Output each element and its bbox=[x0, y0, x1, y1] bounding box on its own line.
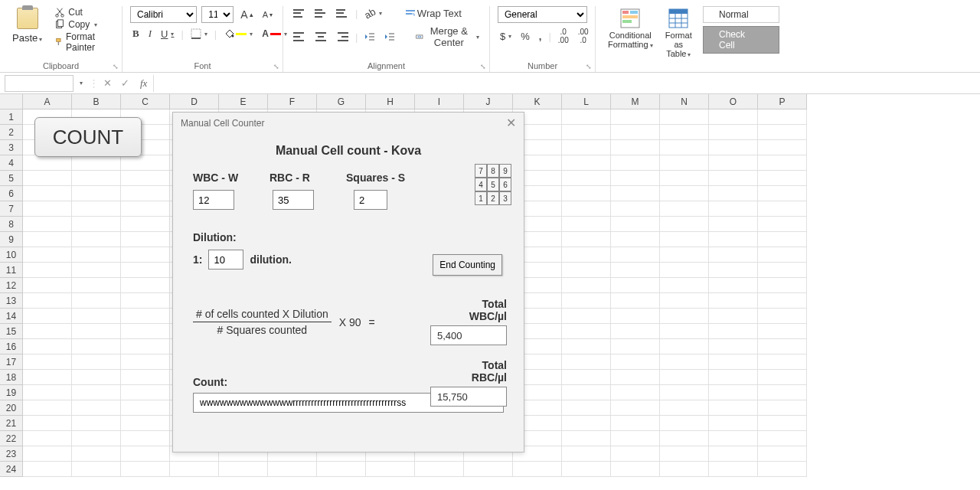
cell[interactable] bbox=[72, 400, 121, 416]
cell[interactable] bbox=[72, 293, 121, 309]
cell[interactable] bbox=[72, 416, 121, 431]
merge-center-button[interactable]: Merge & Center▾ bbox=[413, 24, 482, 50]
cell[interactable] bbox=[709, 431, 758, 446]
cell[interactable] bbox=[562, 171, 611, 186]
cell[interactable] bbox=[23, 232, 72, 247]
cell[interactable] bbox=[562, 446, 611, 462]
cell[interactable] bbox=[611, 278, 660, 293]
cell[interactable] bbox=[562, 247, 611, 263]
italic-button[interactable]: I bbox=[146, 26, 154, 41]
cell[interactable] bbox=[72, 462, 121, 477]
font-size-select[interactable]: 11 bbox=[201, 6, 234, 23]
cell[interactable] bbox=[23, 400, 72, 416]
cell[interactable] bbox=[562, 431, 611, 446]
font-name-select[interactable]: Calibri bbox=[130, 6, 197, 23]
cell[interactable] bbox=[72, 186, 121, 201]
cell[interactable] bbox=[758, 140, 807, 155]
cell[interactable] bbox=[562, 109, 611, 125]
cell[interactable] bbox=[23, 446, 72, 462]
cell[interactable] bbox=[121, 217, 170, 232]
cell[interactable] bbox=[660, 309, 709, 324]
percent-button[interactable]: % bbox=[518, 29, 532, 44]
align-top-button[interactable] bbox=[291, 7, 308, 21]
cell[interactable] bbox=[660, 446, 709, 462]
keypad-key[interactable]: 8 bbox=[487, 164, 499, 178]
cell[interactable] bbox=[23, 217, 72, 232]
cell[interactable] bbox=[23, 171, 72, 186]
row-header[interactable]: 13 bbox=[0, 293, 23, 309]
copy-button[interactable]: Copy▾ bbox=[53, 18, 114, 31]
cell[interactable] bbox=[23, 354, 72, 370]
cut-button[interactable]: Cut bbox=[53, 6, 114, 18]
cell[interactable] bbox=[562, 324, 611, 339]
cell[interactable] bbox=[758, 155, 807, 171]
cell[interactable] bbox=[72, 263, 121, 278]
column-header[interactable]: D bbox=[170, 94, 219, 109]
cell[interactable] bbox=[72, 217, 121, 232]
cell[interactable] bbox=[709, 462, 758, 477]
row-header[interactable]: 15 bbox=[0, 324, 23, 339]
cell[interactable] bbox=[121, 446, 170, 462]
cell[interactable] bbox=[611, 247, 660, 263]
cell[interactable] bbox=[758, 232, 807, 247]
cell[interactable] bbox=[758, 217, 807, 232]
dilution-input[interactable] bbox=[208, 250, 243, 270]
cell[interactable] bbox=[23, 416, 72, 431]
cell[interactable] bbox=[170, 462, 219, 477]
column-header[interactable]: K bbox=[513, 94, 562, 109]
cell[interactable] bbox=[23, 247, 72, 263]
cell[interactable] bbox=[709, 446, 758, 462]
row-header[interactable]: 3 bbox=[0, 140, 23, 155]
cell[interactable] bbox=[660, 278, 709, 293]
cell[interactable] bbox=[562, 385, 611, 400]
align-bottom-button[interactable] bbox=[334, 7, 351, 21]
cell[interactable] bbox=[611, 293, 660, 309]
cell[interactable] bbox=[709, 278, 758, 293]
keypad-key[interactable]: 1 bbox=[475, 191, 487, 205]
close-icon[interactable]: ✕ bbox=[506, 116, 516, 130]
row-header[interactable]: 11 bbox=[0, 263, 23, 278]
cell[interactable] bbox=[72, 385, 121, 400]
cell[interactable] bbox=[562, 400, 611, 416]
cell[interactable] bbox=[660, 155, 709, 171]
cell[interactable] bbox=[758, 125, 807, 140]
cell[interactable] bbox=[611, 416, 660, 431]
cell[interactable] bbox=[660, 201, 709, 217]
cell[interactable] bbox=[121, 278, 170, 293]
cell[interactable] bbox=[562, 462, 611, 477]
cell[interactable] bbox=[709, 385, 758, 400]
align-middle-button[interactable] bbox=[312, 7, 329, 21]
column-header[interactable]: B bbox=[72, 94, 121, 109]
cell[interactable] bbox=[660, 400, 709, 416]
row-header[interactable]: 21 bbox=[0, 416, 23, 431]
cell[interactable] bbox=[72, 171, 121, 186]
keypad-key[interactable]: 7 bbox=[475, 164, 487, 178]
cell[interactable] bbox=[121, 232, 170, 247]
cell[interactable] bbox=[562, 339, 611, 354]
cell[interactable] bbox=[23, 339, 72, 354]
cell[interactable] bbox=[709, 263, 758, 278]
cell[interactable] bbox=[23, 309, 72, 324]
cell[interactable] bbox=[23, 431, 72, 446]
cell[interactable] bbox=[611, 186, 660, 201]
align-center-button[interactable] bbox=[312, 30, 329, 44]
column-headers[interactable]: ABCDEFGHIJKLMNOP bbox=[23, 94, 980, 109]
cell[interactable] bbox=[758, 186, 807, 201]
cell[interactable] bbox=[23, 155, 72, 171]
cell[interactable] bbox=[562, 416, 611, 431]
column-header[interactable]: E bbox=[219, 94, 268, 109]
cell[interactable] bbox=[121, 354, 170, 370]
cell[interactable] bbox=[611, 385, 660, 400]
cell[interactable] bbox=[72, 309, 121, 324]
bold-button[interactable]: B bbox=[130, 26, 142, 41]
row-header[interactable]: 19 bbox=[0, 385, 23, 400]
cell[interactable] bbox=[709, 125, 758, 140]
fx-icon[interactable]: fx bbox=[134, 77, 153, 90]
row-header[interactable]: 7 bbox=[0, 201, 23, 217]
cell[interactable] bbox=[611, 370, 660, 385]
cancel-formula-button[interactable]: ✕ bbox=[99, 77, 116, 89]
number-launcher-icon[interactable]: ⤡ bbox=[586, 63, 592, 70]
rbc-input[interactable] bbox=[273, 190, 314, 210]
cell[interactable] bbox=[562, 186, 611, 201]
row-header[interactable]: 23 bbox=[0, 446, 23, 462]
